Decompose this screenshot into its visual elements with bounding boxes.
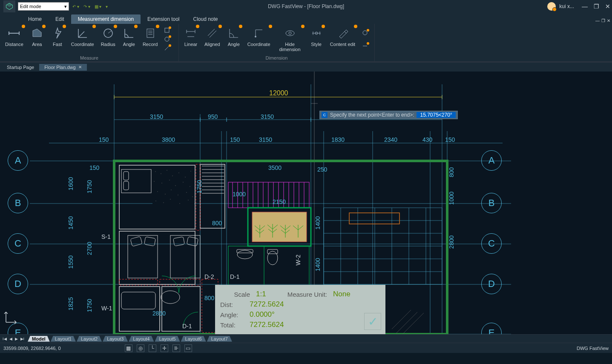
dim-linear-button[interactable]: Linear — [181, 25, 201, 54]
measure-radius-button[interactable]: Radius — [98, 25, 119, 54]
svg-point-69 — [185, 177, 185, 177]
svg-point-64 — [155, 171, 155, 172]
close-button[interactable]: ✕ — [605, 3, 610, 10]
svg-point-62 — [161, 291, 180, 304]
dim-aligned-button[interactable]: Aligned — [201, 25, 224, 54]
svg-point-18 — [289, 32, 291, 34]
distance-icon — [7, 26, 21, 40]
svg-line-139 — [396, 312, 417, 333]
content-edit-icon — [336, 26, 350, 40]
measure-aux2-button[interactable] — [163, 35, 171, 43]
svg-point-79 — [171, 189, 171, 190]
measure-result-panel: Scale 1:1 Measure Unit: None Dist:7272.5… — [215, 285, 385, 334]
drawing-canvas[interactable]: A B C D E A B C D E 12000 3150 950 3150 … — [0, 72, 612, 334]
svg-point-84 — [163, 202, 164, 203]
close-tab-icon[interactable]: ✕ — [78, 65, 82, 69]
scale-value: 1:1 — [256, 290, 266, 298]
undo-button[interactable]: ↶ ▾ — [72, 4, 79, 9]
status-osnap-toggle[interactable]: ⊪ — [172, 344, 180, 352]
doc-close-button[interactable]: ✕ — [607, 18, 610, 23]
dist-label: Dist: — [220, 301, 244, 308]
dim-angle-icon — [227, 26, 241, 40]
measure-record-button[interactable]: Record — [139, 25, 161, 54]
status-selection-toggle[interactable]: ▭ — [184, 344, 192, 352]
doc-minimize-button[interactable]: — — [595, 18, 600, 23]
layout-prev-button[interactable]: ◀ — [9, 337, 13, 341]
status-brand: DWG FastView — [577, 346, 609, 351]
dim-content-edit-button[interactable]: Content edit — [327, 25, 359, 54]
user-name[interactable]: kui x... — [559, 3, 574, 9]
svg-rect-54 — [124, 181, 129, 190]
unit-label: Measure Unit: — [287, 291, 327, 298]
layout-next-button[interactable]: ▶ — [14, 337, 19, 341]
svg-point-83 — [155, 201, 156, 201]
doc-restore-button[interactable]: ❐ — [601, 18, 605, 23]
svg-point-78 — [165, 194, 165, 194]
measure-aux1-button[interactable] — [163, 26, 171, 34]
menu-extension-tool[interactable]: Extension tool — [141, 14, 186, 24]
command-prompt[interactable]: C Specify the next point<Enter to end>: … — [319, 111, 458, 119]
radius-icon — [101, 26, 115, 40]
svg-marker-3 — [33, 29, 41, 37]
user-avatar[interactable] — [547, 2, 556, 11]
angle-icon — [122, 26, 136, 40]
dim-hide-button[interactable]: Hide dimension — [274, 25, 306, 54]
svg-rect-56 — [130, 236, 142, 246]
measure-distance-button[interactable]: Distance — [2, 25, 27, 54]
svg-rect-131 — [237, 249, 253, 253]
dim-aux1-button[interactable] — [361, 29, 369, 37]
layout-tab-4[interactable]: Layout4 — [129, 336, 154, 342]
unit-value: None — [333, 290, 351, 298]
measure-coordinate-button[interactable]: Coordinate — [68, 25, 98, 54]
measure-angle-button[interactable]: Angle — [119, 25, 139, 54]
layout-tab-5[interactable]: Layout5 — [155, 336, 180, 342]
status-ortho-toggle[interactable]: └ — [149, 344, 156, 352]
svg-rect-10 — [165, 28, 169, 32]
layout-first-button[interactable]: I◀ — [2, 337, 8, 341]
measure-aux3-button[interactable] — [163, 44, 171, 52]
layout-tab-3[interactable]: Layout3 — [103, 336, 128, 342]
layout-tab-2[interactable]: Layout2 — [77, 336, 102, 342]
layout-tab-1[interactable]: Layout1 — [51, 336, 76, 342]
measure-confirm-button[interactable]: ✓ — [364, 313, 381, 330]
qat-more[interactable]: ▾ — [106, 4, 108, 9]
app-logo[interactable] — [3, 0, 15, 12]
menu-cloud-note[interactable]: Cloud note — [187, 14, 225, 24]
svg-line-15 — [210, 31, 216, 37]
menu-edit[interactable]: Edit — [49, 14, 71, 24]
redo-button[interactable]: ↷ ▾ — [83, 4, 90, 9]
svg-point-73 — [169, 180, 170, 180]
dim-aux2-button[interactable] — [361, 42, 369, 50]
ucs-icon — [3, 309, 20, 326]
svg-point-70 — [190, 171, 191, 171]
layout-tab-model[interactable]: Model — [28, 336, 50, 342]
layout-tab-6[interactable]: Layout6 — [181, 336, 206, 342]
brush-button[interactable]: ▦ ▾ — [95, 4, 102, 9]
menu-home[interactable]: Home — [21, 14, 49, 24]
status-snap-toggle[interactable]: ◎ — [137, 344, 144, 352]
status-polar-toggle[interactable]: ✛ — [161, 344, 168, 352]
minimize-button[interactable]: — — [582, 3, 588, 10]
status-grid-toggle[interactable]: ▦ — [125, 344, 132, 352]
layout-last-button[interactable]: ▶I — [20, 337, 26, 341]
prompt-value[interactable]: 15.7075<270° — [417, 112, 455, 118]
measure-area-button[interactable]: Area — [27, 25, 47, 54]
dim-coordinate-button[interactable]: Coordinate — [244, 25, 274, 54]
svg-rect-53 — [124, 172, 129, 180]
tab-startup-page[interactable]: Startup Page — [2, 64, 39, 71]
status-coordinates: 33599.0809, 22682.9646, 0 — [3, 346, 61, 351]
tab-floor-plan[interactable]: Floor Plan.dwg✕ — [39, 64, 86, 71]
window-title: DWG FastView - [Floor Plan.dwg] — [268, 3, 344, 9]
mode-combo[interactable]: Edit mode ▾ — [18, 2, 69, 11]
svg-point-71 — [154, 181, 154, 181]
measure-fast-button[interactable]: Fast — [47, 25, 68, 54]
svg-point-77 — [157, 191, 158, 192]
maximize-button[interactable]: ❐ — [594, 3, 599, 10]
svg-point-132 — [267, 251, 278, 265]
layout-tab-7[interactable]: Layout7 — [207, 336, 232, 342]
dim-style-button[interactable]: Style — [306, 25, 327, 54]
menu-measurement-dimension[interactable]: Measurement dimension — [71, 14, 141, 24]
svg-rect-63 — [152, 169, 194, 206]
dim-angle-button[interactable]: Angle — [224, 25, 244, 54]
svg-point-87 — [188, 200, 188, 200]
